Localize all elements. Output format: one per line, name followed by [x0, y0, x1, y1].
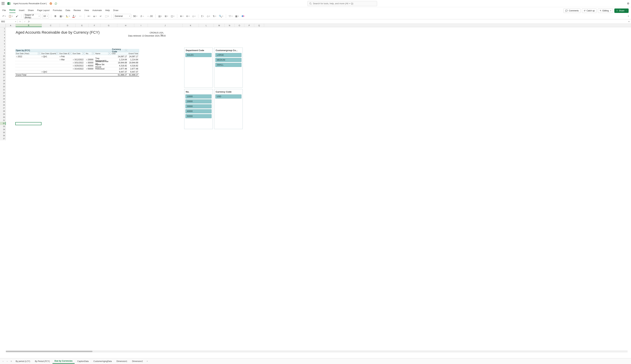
sheet-nav-next[interactable]: ›: [6, 360, 9, 362]
refresh-icon[interactable]: [54, 2, 58, 5]
column-header-O[interactable]: O: [235, 24, 244, 27]
sensitivity-button[interactable]: 🛡: [228, 14, 233, 18]
row-header-17[interactable]: 17: [0, 76, 6, 79]
sheet-tab-due-by-currencies[interactable]: Due by Currencies: [53, 359, 75, 364]
expand-formula-bar[interactable]: ▾: [627, 20, 631, 23]
settings-icon[interactable]: ⚙: [627, 2, 629, 5]
slicer-item[interactable]: MEDIUM: [215, 58, 242, 62]
slicer-currency-code[interactable]: Currency CodeUSD: [214, 89, 243, 129]
pivot-row[interactable]: ⊟3/31/2022⊟30000School of Fine Art19,944…: [15, 61, 139, 64]
ribbon-tab-formulas[interactable]: Formulas: [53, 8, 62, 13]
pivot-row[interactable]: ⊞Qtr29,447.379,447.37: [15, 70, 139, 74]
addins-button[interactable]: ▦: [235, 14, 239, 18]
row-header-11[interactable]: 11: [0, 58, 6, 61]
pivot-field-year[interactable]: Due Date (Year)▾: [15, 52, 41, 55]
row-header-9[interactable]: 9: [0, 52, 6, 55]
row-header-4[interactable]: 4: [0, 36, 6, 40]
decrease-decimal-button[interactable]: .0→: [139, 14, 145, 18]
search-box[interactable]: [307, 1, 377, 6]
borders-button[interactable]: ▦: [59, 14, 64, 18]
pivot-field-date[interactable]: Due Date▾: [72, 52, 85, 55]
pivot-field-quarter[interactable]: Due Date (Quarte▾: [41, 52, 59, 55]
column-header-H[interactable]: H: [117, 24, 134, 27]
more-font-button[interactable]: ⋯: [78, 14, 83, 18]
name-box[interactable]: B32: [0, 20, 18, 23]
select-all-triangle[interactable]: [0, 24, 6, 27]
column-header-G[interactable]: G: [100, 24, 117, 27]
ribbon-tab-insert[interactable]: Insert: [19, 8, 25, 13]
fx-icon[interactable]: fx: [27, 20, 31, 23]
conditional-format-button[interactable]: ▤: [158, 14, 163, 18]
editing-mode-button[interactable]: ✎Editing: [598, 8, 613, 13]
catch-up-button[interactable]: ↺Catch up: [582, 8, 596, 13]
ribbon-tab-home[interactable]: Home: [9, 8, 16, 13]
row-header-2[interactable]: 2: [0, 30, 6, 33]
row-header-35[interactable]: 35: [0, 131, 6, 134]
pivot-row[interactable]: ⊟2022⊟Qtr1⊞Feb24,097.1724,097.17: [15, 55, 139, 58]
app-launcher[interactable]: [2, 2, 5, 5]
horizontal-scrollbar[interactable]: [6, 350, 627, 352]
format-table-button[interactable]: ⊞: [164, 14, 169, 18]
format-cells-button[interactable]: ◇: [192, 14, 196, 18]
slicer-customergroup-co-[interactable]: Customergroup Co...LARGEMEDIUMSMALL: [214, 48, 243, 88]
pivot-row[interactable]: ⊟3/25/2022⊟40000Alpine Ski House4,316.92…: [15, 64, 139, 67]
share-button[interactable]: ⇪Share: [614, 8, 628, 13]
row-header-22[interactable]: 22: [0, 92, 6, 94]
sheet-tab-dimension1[interactable]: Dimension1: [115, 359, 129, 364]
row-header-19[interactable]: 19: [0, 82, 6, 85]
delete-cells-button[interactable]: ⊖: [185, 14, 190, 18]
row-header-32[interactable]: 32: [0, 122, 6, 125]
ribbon-tab-view[interactable]: View: [84, 8, 89, 13]
row-header-3[interactable]: 3: [0, 33, 6, 36]
slicer-item[interactable]: SMALL: [215, 63, 242, 67]
column-header-Q[interactable]: Q: [254, 24, 264, 27]
row-header-24[interactable]: 24: [0, 98, 6, 100]
format-painter-button[interactable]: 🖌: [15, 14, 19, 18]
enter-formula-button[interactable]: ✓: [23, 19, 27, 24]
cell-styles-button[interactable]: ◫: [170, 14, 175, 18]
row-header-33[interactable]: 33: [0, 125, 6, 128]
sort-filter-button[interactable]: ⇅: [212, 14, 217, 18]
slicer-item[interactable]: 30000: [185, 104, 212, 108]
cancel-formula-button[interactable]: ✕: [18, 19, 23, 24]
slicer-department-code[interactable]: Department CodeSALES: [184, 48, 213, 88]
ribbon-tab-review[interactable]: Review: [74, 8, 81, 13]
row-header-25[interactable]: 25: [0, 100, 6, 104]
document-title[interactable]: Aged Accounts Receivable Excel (: [13, 2, 47, 5]
sheet-tab-by-period-fcy-[interactable]: By Period (FCY): [33, 359, 52, 364]
pivot-table[interactable]: Open by (FCY) Currency Code▾ Due Date (Y…: [15, 49, 139, 76]
find-button[interactable]: 🔍: [218, 14, 224, 18]
copilot-button[interactable]: [241, 14, 245, 18]
row-header-8[interactable]: 8: [0, 48, 6, 52]
slicer-no-[interactable]: No.1000020000300004000050000: [184, 89, 213, 129]
currency-button[interactable]: $€: [133, 14, 138, 18]
column-header-P[interactable]: P: [244, 24, 254, 27]
row-header-23[interactable]: 23: [0, 94, 6, 98]
column-header-I[interactable]: I: [134, 24, 148, 27]
undo-button[interactable]: ↶: [2, 14, 7, 18]
row-header-1[interactable]: 1: [0, 27, 6, 30]
slicer-item[interactable]: LARGE: [215, 53, 242, 57]
sheet-tab-by-period-lcy-[interactable]: By period (LCY): [14, 359, 32, 364]
row-header-36[interactable]: 36: [0, 134, 6, 137]
column-header-M[interactable]: M: [214, 24, 225, 27]
clear-button[interactable]: ◇: [206, 14, 211, 18]
row-header-18[interactable]: 18: [0, 79, 6, 82]
column-header-K[interactable]: K: [183, 24, 199, 27]
pivot-row[interactable]: ⊟Mar⊟3/12/2022⊟20000Trey Research121,214…: [15, 58, 139, 61]
merge-button[interactable]: ⬚: [104, 14, 109, 18]
slicer-item[interactable]: 20000: [185, 99, 212, 104]
row-header-12[interactable]: 12: [0, 61, 6, 64]
bold-button[interactable]: B: [53, 14, 58, 18]
column-header-N[interactable]: N: [225, 24, 235, 27]
ribbon-tab-page-layout[interactable]: Page Layout: [37, 8, 50, 13]
font-size-select[interactable]: 10▾: [42, 14, 49, 18]
row-header-27[interactable]: 27: [0, 107, 6, 110]
comments-button[interactable]: 💬Comments: [563, 8, 580, 13]
font-color-button[interactable]: A: [72, 14, 77, 18]
add-sheet-button[interactable]: +: [146, 360, 149, 362]
sheet-tab-captiondata[interactable]: CaptionData: [75, 359, 91, 364]
row-header-29[interactable]: 29: [0, 113, 6, 116]
pivot-field-no[interactable]: No.▾: [85, 52, 95, 55]
slicer-item[interactable]: 40000: [185, 109, 212, 113]
